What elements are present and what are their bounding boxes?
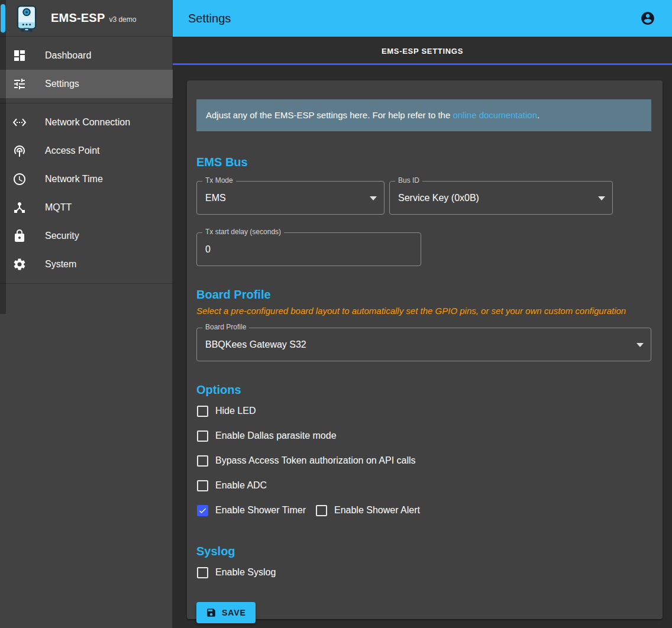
scrollbar-thumb[interactable] bbox=[1, 4, 5, 33]
board-profile-description: Select a pre-configured board layout to … bbox=[196, 305, 651, 317]
app-title: EMS-ESP bbox=[51, 11, 105, 25]
section-heading-ems-bus: EMS Bus bbox=[196, 155, 651, 169]
hide-led-checkbox[interactable] bbox=[197, 406, 208, 417]
tx-mode-label: Tx Mode bbox=[202, 176, 236, 184]
option-row: Enable ADC bbox=[196, 473, 651, 498]
wifi-tethering-icon bbox=[12, 144, 27, 158]
section-heading-options: Options bbox=[196, 383, 651, 397]
sidebar-item-mqtt[interactable]: MQTT bbox=[0, 193, 173, 222]
shower-timer-checkbox[interactable] bbox=[197, 505, 208, 516]
sidebar-item-label: Access Point bbox=[45, 145, 99, 156]
sidebar-item-label: System bbox=[45, 259, 76, 270]
account-circle-icon[interactable] bbox=[640, 11, 655, 26]
info-banner: Adjust any of the EMS-ESP settings here.… bbox=[196, 99, 651, 131]
app-root: EMS-ESP v3 demo Dashboard Settings Netwo… bbox=[0, 0, 672, 628]
checkbox-label: Enable Dallas parasite mode bbox=[215, 430, 337, 441]
gear-icon bbox=[12, 257, 27, 271]
sidebar-header: EMS-ESP v3 demo bbox=[0, 0, 173, 37]
sidebar-item-security[interactable]: Security bbox=[0, 222, 173, 250]
section-heading-syslog: Syslog bbox=[196, 544, 651, 558]
checkbox-label: Enable ADC bbox=[215, 480, 267, 491]
ems-esp-boiler-logo-icon bbox=[15, 5, 38, 33]
tab-ems-esp-settings[interactable]: EMS-ESP SETTINGS bbox=[382, 47, 463, 56]
tab-indicator bbox=[173, 63, 672, 65]
dallas-parasite-checkbox[interactable] bbox=[197, 430, 208, 442]
lock-icon bbox=[12, 229, 27, 243]
info-banner-text: Adjust any of the EMS-ESP settings here.… bbox=[206, 110, 453, 120]
checkbox-label: Enable Shower Timer bbox=[215, 505, 306, 516]
sidebar: EMS-ESP v3 demo Dashboard Settings Netwo… bbox=[0, 0, 173, 628]
board-profile-label: Board Profile bbox=[202, 323, 249, 331]
tab-bar: EMS-ESP SETTINGS bbox=[173, 37, 672, 65]
brand: EMS-ESP v3 demo bbox=[51, 11, 136, 25]
info-banner-suffix: . bbox=[537, 110, 539, 120]
sidebar-item-access-point[interactable]: Access Point bbox=[0, 137, 173, 165]
sidebar-item-settings[interactable]: Settings bbox=[0, 70, 173, 98]
app-version: v3 demo bbox=[109, 15, 136, 24]
chevron-down-icon bbox=[637, 343, 644, 347]
save-icon bbox=[206, 607, 217, 618]
settings-card: Adjust any of the EMS-ESP settings here.… bbox=[187, 80, 663, 619]
board-profile-select[interactable]: Board Profile BBQKees Gateway S32 bbox=[196, 328, 651, 361]
tx-mode-select[interactable]: Tx Mode EMS bbox=[196, 181, 385, 215]
device-hub-icon bbox=[12, 200, 27, 215]
checkbox-label: Bypass Access Token authorization on API… bbox=[215, 455, 416, 466]
tx-start-delay-input[interactable]: Tx start delay (seconds) 0 bbox=[196, 232, 421, 266]
chevron-down-icon bbox=[370, 196, 377, 200]
page-title: Settings bbox=[188, 12, 231, 25]
sidebar-item-network-time[interactable]: Network Time bbox=[0, 165, 173, 193]
sidebar-divider bbox=[0, 103, 173, 103]
option-row: Enable Shower Timer Enable Shower Alert bbox=[196, 498, 651, 523]
online-documentation-link[interactable]: online documentation bbox=[453, 110, 537, 120]
sidebar-item-dashboard[interactable]: Dashboard bbox=[0, 41, 173, 70]
tune-icon bbox=[12, 77, 27, 91]
options-list: Hide LED Enable Dallas parasite mode Byp… bbox=[196, 399, 651, 523]
main-area: Settings EMS-ESP SETTINGS Adjust any of … bbox=[173, 0, 672, 628]
appbar: Settings bbox=[173, 0, 672, 37]
bypass-token-checkbox[interactable] bbox=[197, 455, 208, 467]
shower-alert-checkbox[interactable] bbox=[316, 505, 327, 516]
sidebar-nav: Dashboard Settings Network Connection Ac… bbox=[0, 37, 173, 289]
enable-syslog-checkbox[interactable] bbox=[197, 567, 208, 578]
left-scrollbar[interactable] bbox=[0, 0, 6, 314]
dashboard-icon bbox=[12, 48, 27, 63]
sidebar-item-system[interactable]: System bbox=[0, 250, 173, 279]
tx-mode-value: EMS bbox=[205, 193, 226, 203]
ethernet-icon bbox=[12, 115, 27, 130]
checkbox-label: Enable Syslog bbox=[215, 567, 276, 578]
chevron-down-icon bbox=[598, 196, 605, 200]
bus-id-value: Service Key (0x0B) bbox=[398, 193, 479, 203]
enable-adc-checkbox[interactable] bbox=[197, 480, 208, 491]
sidebar-item-label: MQTT bbox=[45, 202, 72, 213]
section-heading-board-profile: Board Profile bbox=[196, 287, 651, 302]
sidebar-item-label: Network Time bbox=[45, 174, 103, 184]
option-row: Hide LED bbox=[196, 399, 651, 423]
sidebar-item-label: Settings bbox=[45, 79, 79, 89]
save-button[interactable]: SAVE bbox=[196, 602, 256, 623]
clock-icon bbox=[12, 172, 27, 186]
sidebar-divider bbox=[0, 283, 173, 284]
tx-start-delay-label: Tx start delay (seconds) bbox=[202, 228, 284, 236]
option-row: Bypass Access Token authorization on API… bbox=[196, 448, 651, 473]
option-row: Enable Syslog bbox=[196, 560, 651, 585]
bus-id-select[interactable]: Bus ID Service Key (0x0B) bbox=[389, 181, 613, 215]
sidebar-item-label: Network Connection bbox=[45, 117, 130, 128]
checkbox-label: Hide LED bbox=[215, 406, 256, 416]
save-button-label: SAVE bbox=[222, 608, 246, 617]
bus-id-label: Bus ID bbox=[395, 176, 422, 184]
content-area: Adjust any of the EMS-ESP settings here.… bbox=[173, 65, 672, 628]
checkbox-label: Enable Shower Alert bbox=[334, 505, 420, 516]
sidebar-item-label: Security bbox=[45, 231, 79, 241]
sidebar-item-label: Dashboard bbox=[45, 50, 91, 61]
ems-bus-fields-row: Tx Mode EMS Bus ID Service Key (0x0B) bbox=[196, 181, 651, 215]
tx-start-delay-value: 0 bbox=[205, 244, 211, 255]
syslog-list: Enable Syslog bbox=[196, 560, 651, 585]
option-row: Enable Dallas parasite mode bbox=[196, 423, 651, 448]
sidebar-item-network-connection[interactable]: Network Connection bbox=[0, 108, 173, 137]
board-profile-value: BBQKees Gateway S32 bbox=[205, 339, 306, 350]
